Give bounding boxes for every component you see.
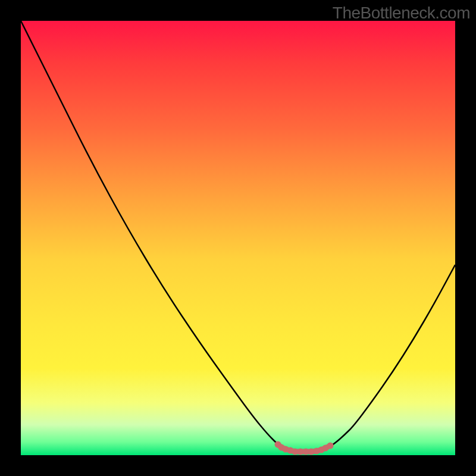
marker-dot [322, 445, 329, 452]
marker-dot [327, 443, 334, 449]
chart-container: TheBottleneck.com [0, 0, 476, 476]
marker-dot [308, 449, 315, 455]
marker-dot [292, 449, 299, 455]
marker-dot [303, 449, 309, 455]
bottleneck-curve [21, 21, 455, 452]
marker-dot [287, 447, 294, 454]
marker-dot [278, 444, 285, 451]
marker-group [275, 441, 334, 455]
plot-area [21, 21, 455, 455]
watermark-text: TheBottleneck.com [333, 4, 470, 23]
marker-dot [314, 448, 320, 455]
marker-dot [275, 441, 281, 448]
marker-dot [318, 447, 325, 453]
chart-svg [21, 21, 455, 455]
marker-dot [298, 449, 304, 455]
marker-dot [283, 446, 289, 453]
marker-connector [278, 444, 330, 452]
